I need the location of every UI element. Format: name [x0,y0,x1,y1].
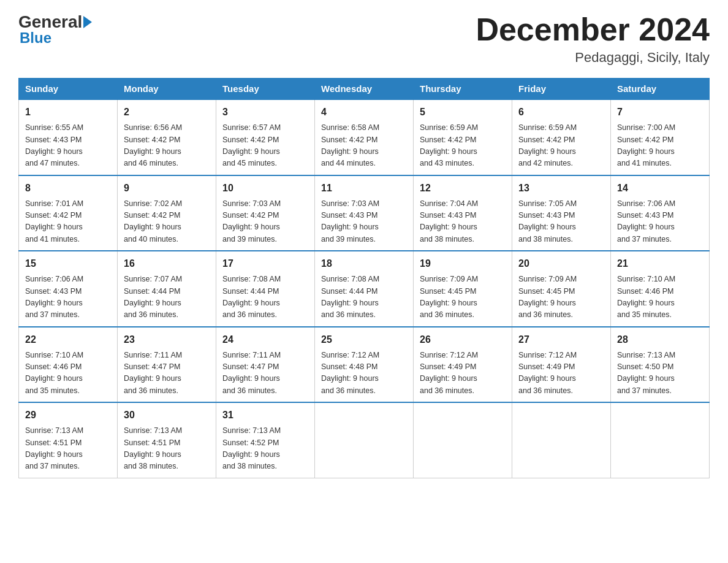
calendar-cell: 17Sunrise: 7:08 AMSunset: 4:44 PMDayligh… [216,251,315,327]
calendar-cell: 15Sunrise: 7:06 AMSunset: 4:43 PMDayligh… [19,251,118,327]
day-number: 22 [25,332,111,347]
weekday-header-thursday: Thursday [414,79,512,100]
day-number: 18 [321,256,407,271]
calendar-week-row: 1Sunrise: 6:55 AMSunset: 4:43 PMDaylight… [19,99,710,175]
day-info: Sunrise: 7:12 AMSunset: 4:49 PMDaylight:… [420,350,506,397]
calendar-cell [611,402,710,478]
calendar-cell: 4Sunrise: 6:58 AMSunset: 4:42 PMDaylight… [315,99,414,175]
day-info: Sunrise: 7:13 AMSunset: 4:52 PMDaylight:… [222,425,308,473]
day-info: Sunrise: 7:04 AMSunset: 4:43 PMDaylight:… [420,198,506,246]
calendar-table: SundayMondayTuesdayWednesdayThursdayFrid… [18,78,710,478]
calendar-cell: 6Sunrise: 6:59 AMSunset: 4:42 PMDaylight… [512,99,611,175]
calendar-cell: 5Sunrise: 6:59 AMSunset: 4:42 PMDaylight… [414,99,512,175]
day-info: Sunrise: 7:08 AMSunset: 4:44 PMDaylight:… [222,274,308,321]
day-info: Sunrise: 7:13 AMSunset: 4:50 PMDaylight:… [617,350,703,397]
day-info: Sunrise: 7:08 AMSunset: 4:44 PMDaylight:… [321,274,407,321]
calendar-cell: 10Sunrise: 7:03 AMSunset: 4:42 PMDayligh… [216,175,315,251]
calendar-cell: 12Sunrise: 7:04 AMSunset: 4:43 PMDayligh… [414,175,512,251]
day-info: Sunrise: 7:11 AMSunset: 4:47 PMDaylight:… [124,350,210,397]
day-info: Sunrise: 7:02 AMSunset: 4:42 PMDaylight:… [124,198,210,246]
weekday-header-saturday: Saturday [611,79,710,100]
calendar-cell: 7Sunrise: 7:00 AMSunset: 4:42 PMDaylight… [611,99,710,175]
day-info: Sunrise: 6:57 AMSunset: 4:42 PMDaylight:… [222,122,308,170]
day-number: 8 [25,181,111,196]
day-info: Sunrise: 6:55 AMSunset: 4:43 PMDaylight:… [25,122,111,170]
calendar-cell [414,402,512,478]
calendar-header: SundayMondayTuesdayWednesdayThursdayFrid… [19,79,710,100]
weekday-header-tuesday: Tuesday [216,79,315,100]
location-text: Pedagaggi, Sicily, Italy [476,50,710,66]
calendar-week-row: 15Sunrise: 7:06 AMSunset: 4:43 PMDayligh… [19,251,710,327]
calendar-cell: 26Sunrise: 7:12 AMSunset: 4:49 PMDayligh… [414,327,512,403]
day-info: Sunrise: 7:07 AMSunset: 4:44 PMDaylight:… [124,274,210,321]
calendar-cell: 13Sunrise: 7:05 AMSunset: 4:43 PMDayligh… [512,175,611,251]
weekday-header-monday: Monday [118,79,216,100]
day-number: 14 [617,181,703,196]
day-number: 24 [222,332,308,347]
logo: General Blue [18,12,92,47]
day-info: Sunrise: 6:56 AMSunset: 4:42 PMDaylight:… [124,122,210,170]
day-info: Sunrise: 7:06 AMSunset: 4:43 PMDaylight:… [617,198,703,246]
page-header: General Blue December 2024 Pedagaggi, Si… [18,12,710,66]
day-number: 4 [321,105,407,120]
day-info: Sunrise: 6:59 AMSunset: 4:42 PMDaylight:… [420,122,506,170]
day-info: Sunrise: 7:12 AMSunset: 4:49 PMDaylight:… [518,350,604,397]
day-info: Sunrise: 6:58 AMSunset: 4:42 PMDaylight:… [321,122,407,170]
calendar-cell: 11Sunrise: 7:03 AMSunset: 4:43 PMDayligh… [315,175,414,251]
day-number: 20 [518,256,604,271]
day-number: 29 [25,408,111,423]
day-info: Sunrise: 7:13 AMSunset: 4:51 PMDaylight:… [124,425,210,473]
day-number: 19 [420,256,506,271]
day-number: 28 [617,332,703,347]
calendar-body: 1Sunrise: 6:55 AMSunset: 4:43 PMDaylight… [19,99,710,478]
day-number: 30 [124,408,210,423]
calendar-week-row: 22Sunrise: 7:10 AMSunset: 4:46 PMDayligh… [19,327,710,403]
day-number: 15 [25,256,111,271]
calendar-cell: 3Sunrise: 6:57 AMSunset: 4:42 PMDaylight… [216,99,315,175]
day-info: Sunrise: 7:09 AMSunset: 4:45 PMDaylight:… [518,274,604,321]
day-number: 16 [124,256,210,271]
day-number: 9 [124,181,210,196]
calendar-cell: 2Sunrise: 6:56 AMSunset: 4:42 PMDaylight… [118,99,216,175]
day-info: Sunrise: 7:06 AMSunset: 4:43 PMDaylight:… [25,274,111,321]
weekday-header-friday: Friday [512,79,611,100]
calendar-cell: 27Sunrise: 7:12 AMSunset: 4:49 PMDayligh… [512,327,611,403]
logo-blue-text: Blue [18,29,92,47]
day-number: 3 [222,105,308,120]
day-number: 23 [124,332,210,347]
day-number: 5 [420,105,506,120]
calendar-cell: 9Sunrise: 7:02 AMSunset: 4:42 PMDaylight… [118,175,216,251]
calendar-cell: 31Sunrise: 7:13 AMSunset: 4:52 PMDayligh… [216,402,315,478]
day-info: Sunrise: 7:03 AMSunset: 4:42 PMDaylight:… [222,198,308,246]
day-info: Sunrise: 6:59 AMSunset: 4:42 PMDaylight:… [518,122,604,170]
day-info: Sunrise: 7:09 AMSunset: 4:45 PMDaylight:… [420,274,506,321]
weekday-header-row: SundayMondayTuesdayWednesdayThursdayFrid… [19,79,710,100]
day-info: Sunrise: 7:10 AMSunset: 4:46 PMDaylight:… [617,274,703,321]
calendar-cell: 28Sunrise: 7:13 AMSunset: 4:50 PMDayligh… [611,327,710,403]
day-number: 11 [321,181,407,196]
calendar-cell: 22Sunrise: 7:10 AMSunset: 4:46 PMDayligh… [19,327,118,403]
day-number: 26 [420,332,506,347]
calendar-cell: 24Sunrise: 7:11 AMSunset: 4:47 PMDayligh… [216,327,315,403]
day-number: 12 [420,181,506,196]
day-number: 25 [321,332,407,347]
weekday-header-wednesday: Wednesday [315,79,414,100]
calendar-cell: 1Sunrise: 6:55 AMSunset: 4:43 PMDaylight… [19,99,118,175]
day-info: Sunrise: 7:10 AMSunset: 4:46 PMDaylight:… [25,350,111,397]
calendar-cell: 8Sunrise: 7:01 AMSunset: 4:42 PMDaylight… [19,175,118,251]
calendar-cell [315,402,414,478]
day-number: 27 [518,332,604,347]
calendar-cell: 19Sunrise: 7:09 AMSunset: 4:45 PMDayligh… [414,251,512,327]
calendar-week-row: 29Sunrise: 7:13 AMSunset: 4:51 PMDayligh… [19,402,710,478]
day-number: 13 [518,181,604,196]
day-info: Sunrise: 7:03 AMSunset: 4:43 PMDaylight:… [321,198,407,246]
calendar-cell: 18Sunrise: 7:08 AMSunset: 4:44 PMDayligh… [315,251,414,327]
day-info: Sunrise: 7:11 AMSunset: 4:47 PMDaylight:… [222,350,308,397]
calendar-cell: 14Sunrise: 7:06 AMSunset: 4:43 PMDayligh… [611,175,710,251]
day-number: 1 [25,105,111,120]
day-number: 6 [518,105,604,120]
calendar-cell: 21Sunrise: 7:10 AMSunset: 4:46 PMDayligh… [611,251,710,327]
day-info: Sunrise: 7:05 AMSunset: 4:43 PMDaylight:… [518,198,604,246]
title-block: December 2024 Pedagaggi, Sicily, Italy [476,12,710,66]
day-number: 31 [222,408,308,423]
